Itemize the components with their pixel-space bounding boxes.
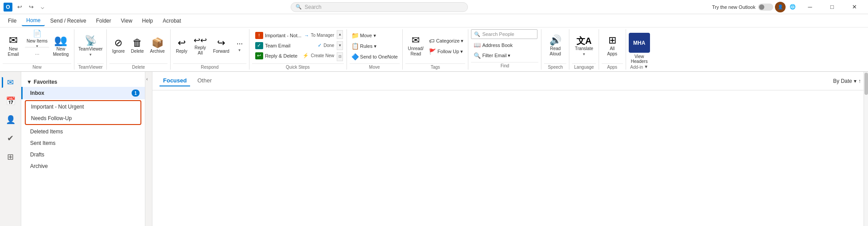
sidebar-item-mail[interactable]: ✉ <box>2 74 19 91</box>
minimize-button[interactable]: ─ <box>800 0 820 14</box>
title-search[interactable]: 🔍 Search <box>291 2 468 12</box>
all-apps-button[interactable]: ⊞ AllApps <box>602 31 623 62</box>
follow-up-icon: 🚩 <box>429 48 436 55</box>
forward-button[interactable]: ↪ Forward <box>210 31 232 62</box>
view-headers-label: ViewHeaders <box>631 54 648 64</box>
translate-button[interactable]: 文A Translate ▼ <box>572 31 596 62</box>
more-new-items[interactable]: ⋯ <box>25 47 49 62</box>
quick-steps-scroll-down[interactable]: ▼ <box>337 41 343 50</box>
folder-important-not-urgent[interactable]: Important - Not Urgent <box>26 101 140 113</box>
read-aloud-button[interactable]: 🔊 ReadAloud <box>544 31 566 62</box>
new-items-icon: 📄 <box>33 29 42 38</box>
sidebar-item-people[interactable]: 👤 <box>2 111 19 129</box>
menu-send-receive[interactable]: Send / Receive <box>46 16 90 26</box>
quick-step-team-email[interactable]: ✓ Team Email ✓ Done <box>253 41 337 51</box>
menu-view[interactable]: View <box>117 16 137 26</box>
menu-acrobat[interactable]: Acrobat <box>158 16 185 26</box>
addin-group-label: Add-in <box>630 64 643 70</box>
search-people-placeholder: Search People <box>482 31 514 37</box>
onenote-icon: 🔷 <box>351 53 359 60</box>
mha-text: MHA <box>633 40 645 46</box>
folder-sent-items[interactable]: Sent Items <box>21 137 145 149</box>
sort-control[interactable]: By Date ▾ ↑ <box>833 78 861 84</box>
view-headers-button[interactable]: MHA <box>629 33 650 53</box>
main-layout: ✉ 📅 👤 ✔ ⊞ ▼ Favorites Inbox 1 <box>0 72 868 226</box>
sidebar-item-apps[interactable]: ⊞ <box>2 148 19 166</box>
folder-panel: ▼ Favorites Inbox 1 Important - Not Urge… <box>21 72 145 226</box>
quick-step-reply-delete[interactable]: ↩ Reply & Delete ⚡ Create New <box>253 51 337 61</box>
delete-button[interactable]: 🗑 Delete <box>128 31 147 62</box>
folder-deleted-items[interactable]: Deleted Items <box>21 126 145 137</box>
sidebar-item-calendar[interactable]: 📅 <box>2 92 19 110</box>
outlook-logo: O <box>4 3 12 12</box>
send-onenote-button[interactable]: 🔷 Send to OneNote <box>350 52 400 62</box>
reply-all-button[interactable]: ↩↩ ReplyAll <box>191 31 210 62</box>
quick-step-important[interactable]: ! Important - Not... → To Manager <box>253 31 337 40</box>
tab-group: Focused Other <box>160 75 215 86</box>
search-icon: 🔍 <box>296 4 302 10</box>
reply-button[interactable]: ↩ Reply <box>173 31 190 62</box>
collapse-panel-button[interactable]: ‹ <box>145 75 149 82</box>
folder-archive[interactable]: Archive <box>21 160 145 172</box>
deleted-items-label: Deleted Items <box>30 129 63 135</box>
more-respond-button[interactable]: ⋯ ▼ <box>233 31 246 62</box>
try-new-toggle[interactable] <box>758 4 773 11</box>
reply-label: Reply <box>176 49 187 54</box>
menu-help[interactable]: Help <box>138 16 158 26</box>
address-book-button[interactable]: 📖 Address Book <box>471 40 538 50</box>
folder-drafts[interactable]: Drafts <box>21 149 145 160</box>
teamviewer-button[interactable]: 📡 TeamViewer ▼ <box>77 31 104 62</box>
redo-button[interactable]: ↪ <box>27 3 35 12</box>
addin-stack: MHA ViewHeaders <box>629 33 650 64</box>
new-meeting-button[interactable]: 👥 NewMeeting <box>50 31 71 62</box>
move-icon: 📁 <box>351 32 359 39</box>
menu-home[interactable]: Home <box>22 16 45 26</box>
important-icon: ! <box>255 32 263 39</box>
new-items-button[interactable]: 📄 New Items ▼ <box>25 31 49 47</box>
ignore-button[interactable]: ⊘ Ignore <box>109 31 127 62</box>
rules-button[interactable]: 📋 Rules ▾ <box>350 41 400 51</box>
quick-access-btn[interactable]: ⌵ <box>38 3 47 12</box>
tab-focused[interactable]: Focused <box>160 75 190 86</box>
panel-collapse-area: ‹ <box>145 72 152 226</box>
favorites-header[interactable]: ▼ Favorites <box>21 77 145 87</box>
quick-steps-expand[interactable]: ⊡ <box>337 52 343 61</box>
categorize-label: Categorize ▾ <box>436 38 463 44</box>
team-email-icon: ✓ <box>255 42 263 49</box>
maximize-button[interactable]: □ <box>822 0 842 14</box>
favorites-label: Favorites <box>34 79 57 85</box>
menu-file[interactable]: File <box>4 16 21 26</box>
sidebar-item-tasks[interactable]: ✔ <box>2 129 19 147</box>
categorize-icon: 🏷 <box>429 38 435 44</box>
ribbon-group-delete: ⊘ Ignore 🗑 Delete 📦 Archive Delete <box>107 29 171 70</box>
ribbon-group-respond: ↩ Reply ↩↩ ReplyAll ↪ Forward ⋯ ▼ Respon… <box>171 29 249 70</box>
new-items-label: New Items <box>27 39 47 43</box>
all-apps-icon: ⊞ <box>608 35 616 45</box>
close-button[interactable]: ✕ <box>844 0 864 14</box>
folder-inbox[interactable]: Inbox 1 <box>21 87 145 99</box>
ribbon-group-addin: MHA ViewHeaders Add-in ▼ <box>626 29 653 70</box>
new-email-button[interactable]: ✉ NewEmail <box>3 31 24 62</box>
teamviewer-buttons: 📡 TeamViewer ▼ <box>77 29 104 62</box>
undo-button[interactable]: ↩ <box>15 3 24 12</box>
tab-other[interactable]: Other <box>194 75 215 86</box>
menu-folder[interactable]: Folder <box>92 16 116 26</box>
expand-addin-button[interactable]: ▼ <box>644 64 648 69</box>
filter-email-button[interactable]: 🔍 Filter Email ▾ <box>471 51 538 60</box>
unread-read-button[interactable]: ✉ Unread/Read <box>405 31 427 62</box>
quick-steps-label: Quick Steps <box>252 63 344 70</box>
folder-needs-follow-up[interactable]: Needs Follow-Up <box>26 113 140 124</box>
team-email-label: Team Email <box>265 43 290 48</box>
scrollbar-thumb[interactable] <box>864 73 868 95</box>
move-button[interactable]: 📁 Move ▾ <box>350 31 400 40</box>
addin-buttons: MHA ViewHeaders <box>629 29 650 64</box>
quick-steps-scroll-up[interactable]: ▲ <box>337 30 343 39</box>
search-people-input[interactable]: 🔍 Search People <box>471 29 537 39</box>
avatar[interactable]: 👤 <box>775 2 786 12</box>
categorize-button[interactable]: 🏷 Categorize ▾ <box>427 36 465 46</box>
forward-label: Forward <box>213 49 230 54</box>
archive-button[interactable]: 📦 Archive <box>148 31 167 62</box>
title-bar-right: Try the new Outlook 👤 🌐 ─ □ ✕ <box>712 0 864 14</box>
more-respond-icon: ⋯ <box>237 40 243 47</box>
follow-up-button[interactable]: 🚩 Follow Up ▾ <box>427 47 465 56</box>
